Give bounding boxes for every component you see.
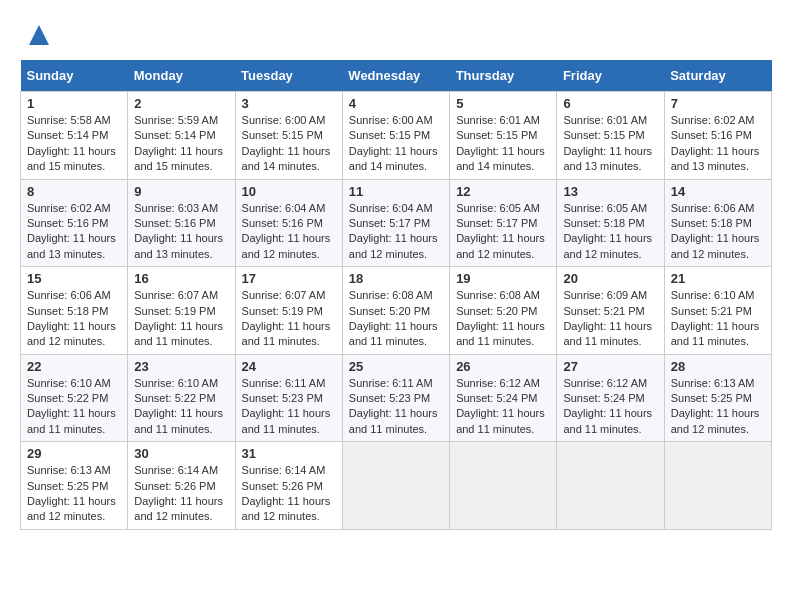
- day-info: Sunrise: 6:04 AM Sunset: 5:16 PM Dayligh…: [242, 201, 336, 263]
- weekday-header: Monday: [128, 60, 235, 92]
- day-info: Sunrise: 6:07 AM Sunset: 5:19 PM Dayligh…: [242, 288, 336, 350]
- day-info: Sunrise: 6:10 AM Sunset: 5:21 PM Dayligh…: [671, 288, 765, 350]
- day-number: 28: [671, 359, 765, 374]
- day-info: Sunrise: 6:13 AM Sunset: 5:25 PM Dayligh…: [27, 463, 121, 525]
- calendar-day-cell: 13 Sunrise: 6:05 AM Sunset: 5:18 PM Dayl…: [557, 179, 664, 267]
- calendar-day-cell: 15 Sunrise: 6:06 AM Sunset: 5:18 PM Dayl…: [21, 267, 128, 355]
- day-info: Sunrise: 6:03 AM Sunset: 5:16 PM Dayligh…: [134, 201, 228, 263]
- calendar-day-cell: 26 Sunrise: 6:12 AM Sunset: 5:24 PM Dayl…: [450, 354, 557, 442]
- calendar-table: SundayMondayTuesdayWednesdayThursdayFrid…: [20, 60, 772, 530]
- day-number: 19: [456, 271, 550, 286]
- day-number: 15: [27, 271, 121, 286]
- calendar-day-cell: 17 Sunrise: 6:07 AM Sunset: 5:19 PM Dayl…: [235, 267, 342, 355]
- calendar-day-cell: 6 Sunrise: 6:01 AM Sunset: 5:15 PM Dayli…: [557, 92, 664, 180]
- calendar-day-cell: 31 Sunrise: 6:14 AM Sunset: 5:26 PM Dayl…: [235, 442, 342, 530]
- day-number: 26: [456, 359, 550, 374]
- calendar-day-cell: 20 Sunrise: 6:09 AM Sunset: 5:21 PM Dayl…: [557, 267, 664, 355]
- day-info: Sunrise: 6:14 AM Sunset: 5:26 PM Dayligh…: [134, 463, 228, 525]
- day-info: Sunrise: 6:06 AM Sunset: 5:18 PM Dayligh…: [671, 201, 765, 263]
- day-number: 5: [456, 96, 550, 111]
- day-number: 4: [349, 96, 443, 111]
- calendar-day-cell: 5 Sunrise: 6:01 AM Sunset: 5:15 PM Dayli…: [450, 92, 557, 180]
- day-info: Sunrise: 6:11 AM Sunset: 5:23 PM Dayligh…: [349, 376, 443, 438]
- weekday-header: Tuesday: [235, 60, 342, 92]
- weekday-header: Friday: [557, 60, 664, 92]
- calendar-day-cell: 24 Sunrise: 6:11 AM Sunset: 5:23 PM Dayl…: [235, 354, 342, 442]
- calendar-day-cell: 10 Sunrise: 6:04 AM Sunset: 5:16 PM Dayl…: [235, 179, 342, 267]
- day-info: Sunrise: 6:12 AM Sunset: 5:24 PM Dayligh…: [456, 376, 550, 438]
- day-number: 6: [563, 96, 657, 111]
- day-number: 22: [27, 359, 121, 374]
- calendar-day-cell: [557, 442, 664, 530]
- calendar-day-cell: 25 Sunrise: 6:11 AM Sunset: 5:23 PM Dayl…: [342, 354, 449, 442]
- day-info: Sunrise: 6:09 AM Sunset: 5:21 PM Dayligh…: [563, 288, 657, 350]
- day-number: 17: [242, 271, 336, 286]
- calendar-week-row: 22 Sunrise: 6:10 AM Sunset: 5:22 PM Dayl…: [21, 354, 772, 442]
- day-info: Sunrise: 6:01 AM Sunset: 5:15 PM Dayligh…: [563, 113, 657, 175]
- logo: [20, 20, 54, 50]
- calendar-day-cell: 18 Sunrise: 6:08 AM Sunset: 5:20 PM Dayl…: [342, 267, 449, 355]
- day-number: 21: [671, 271, 765, 286]
- day-info: Sunrise: 6:05 AM Sunset: 5:17 PM Dayligh…: [456, 201, 550, 263]
- day-info: Sunrise: 6:12 AM Sunset: 5:24 PM Dayligh…: [563, 376, 657, 438]
- calendar-day-cell: 27 Sunrise: 6:12 AM Sunset: 5:24 PM Dayl…: [557, 354, 664, 442]
- day-number: 3: [242, 96, 336, 111]
- logo-icon: [24, 20, 54, 50]
- day-number: 31: [242, 446, 336, 461]
- calendar-day-cell: 11 Sunrise: 6:04 AM Sunset: 5:17 PM Dayl…: [342, 179, 449, 267]
- calendar-header-row: SundayMondayTuesdayWednesdayThursdayFrid…: [21, 60, 772, 92]
- day-info: Sunrise: 6:10 AM Sunset: 5:22 PM Dayligh…: [134, 376, 228, 438]
- weekday-header: Sunday: [21, 60, 128, 92]
- calendar-day-cell: 29 Sunrise: 6:13 AM Sunset: 5:25 PM Dayl…: [21, 442, 128, 530]
- calendar-day-cell: 23 Sunrise: 6:10 AM Sunset: 5:22 PM Dayl…: [128, 354, 235, 442]
- day-info: Sunrise: 6:08 AM Sunset: 5:20 PM Dayligh…: [349, 288, 443, 350]
- weekday-header: Wednesday: [342, 60, 449, 92]
- calendar-day-cell: 16 Sunrise: 6:07 AM Sunset: 5:19 PM Dayl…: [128, 267, 235, 355]
- svg-marker-0: [29, 25, 49, 45]
- calendar-day-cell: 8 Sunrise: 6:02 AM Sunset: 5:16 PM Dayli…: [21, 179, 128, 267]
- calendar-day-cell: 14 Sunrise: 6:06 AM Sunset: 5:18 PM Dayl…: [664, 179, 771, 267]
- day-info: Sunrise: 6:07 AM Sunset: 5:19 PM Dayligh…: [134, 288, 228, 350]
- day-info: Sunrise: 6:14 AM Sunset: 5:26 PM Dayligh…: [242, 463, 336, 525]
- calendar-day-cell: 1 Sunrise: 5:58 AM Sunset: 5:14 PM Dayli…: [21, 92, 128, 180]
- calendar-body: 1 Sunrise: 5:58 AM Sunset: 5:14 PM Dayli…: [21, 92, 772, 530]
- calendar-day-cell: 19 Sunrise: 6:08 AM Sunset: 5:20 PM Dayl…: [450, 267, 557, 355]
- day-number: 14: [671, 184, 765, 199]
- day-info: Sunrise: 6:06 AM Sunset: 5:18 PM Dayligh…: [27, 288, 121, 350]
- day-number: 10: [242, 184, 336, 199]
- calendar-day-cell: [664, 442, 771, 530]
- day-info: Sunrise: 6:02 AM Sunset: 5:16 PM Dayligh…: [27, 201, 121, 263]
- day-number: 20: [563, 271, 657, 286]
- day-number: 23: [134, 359, 228, 374]
- calendar-day-cell: 12 Sunrise: 6:05 AM Sunset: 5:17 PM Dayl…: [450, 179, 557, 267]
- day-info: Sunrise: 6:13 AM Sunset: 5:25 PM Dayligh…: [671, 376, 765, 438]
- day-number: 24: [242, 359, 336, 374]
- calendar-week-row: 8 Sunrise: 6:02 AM Sunset: 5:16 PM Dayli…: [21, 179, 772, 267]
- day-info: Sunrise: 6:00 AM Sunset: 5:15 PM Dayligh…: [349, 113, 443, 175]
- day-info: Sunrise: 6:04 AM Sunset: 5:17 PM Dayligh…: [349, 201, 443, 263]
- day-number: 16: [134, 271, 228, 286]
- calendar-day-cell: 7 Sunrise: 6:02 AM Sunset: 5:16 PM Dayli…: [664, 92, 771, 180]
- calendar-day-cell: 4 Sunrise: 6:00 AM Sunset: 5:15 PM Dayli…: [342, 92, 449, 180]
- day-info: Sunrise: 6:02 AM Sunset: 5:16 PM Dayligh…: [671, 113, 765, 175]
- day-info: Sunrise: 5:58 AM Sunset: 5:14 PM Dayligh…: [27, 113, 121, 175]
- calendar-day-cell: 21 Sunrise: 6:10 AM Sunset: 5:21 PM Dayl…: [664, 267, 771, 355]
- calendar-day-cell: 22 Sunrise: 6:10 AM Sunset: 5:22 PM Dayl…: [21, 354, 128, 442]
- day-number: 1: [27, 96, 121, 111]
- calendar-day-cell: [450, 442, 557, 530]
- day-number: 29: [27, 446, 121, 461]
- calendar-day-cell: 9 Sunrise: 6:03 AM Sunset: 5:16 PM Dayli…: [128, 179, 235, 267]
- day-number: 2: [134, 96, 228, 111]
- day-number: 25: [349, 359, 443, 374]
- day-number: 27: [563, 359, 657, 374]
- day-info: Sunrise: 5:59 AM Sunset: 5:14 PM Dayligh…: [134, 113, 228, 175]
- day-info: Sunrise: 6:11 AM Sunset: 5:23 PM Dayligh…: [242, 376, 336, 438]
- calendar-day-cell: 3 Sunrise: 6:00 AM Sunset: 5:15 PM Dayli…: [235, 92, 342, 180]
- day-number: 13: [563, 184, 657, 199]
- day-number: 30: [134, 446, 228, 461]
- weekday-header: Saturday: [664, 60, 771, 92]
- day-number: 18: [349, 271, 443, 286]
- day-info: Sunrise: 6:00 AM Sunset: 5:15 PM Dayligh…: [242, 113, 336, 175]
- calendar-week-row: 29 Sunrise: 6:13 AM Sunset: 5:25 PM Dayl…: [21, 442, 772, 530]
- calendar-day-cell: 2 Sunrise: 5:59 AM Sunset: 5:14 PM Dayli…: [128, 92, 235, 180]
